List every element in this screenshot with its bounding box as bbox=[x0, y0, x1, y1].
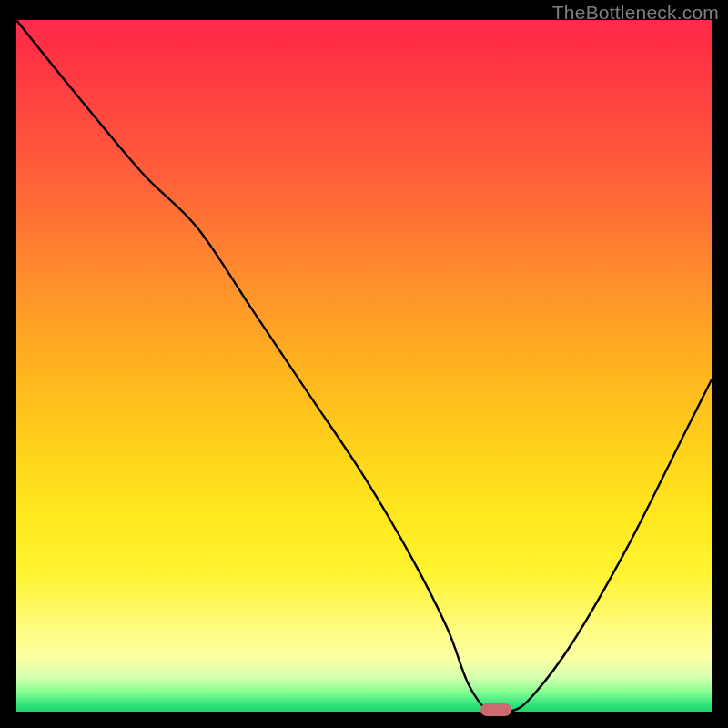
watermark-text: TheBottleneck.com bbox=[552, 2, 719, 24]
bottleneck-curve bbox=[16, 20, 712, 712]
optimal-marker bbox=[480, 703, 511, 716]
chart-frame: TheBottleneck.com bbox=[0, 0, 728, 728]
